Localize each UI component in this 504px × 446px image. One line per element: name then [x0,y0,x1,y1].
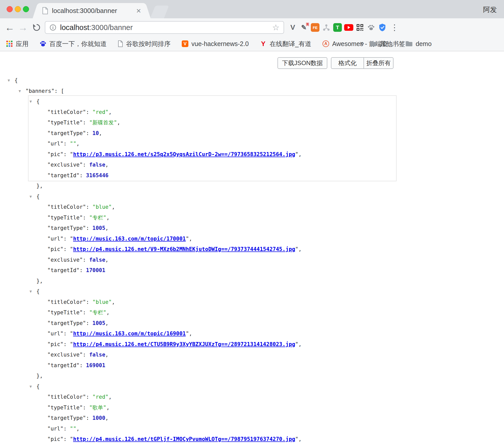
json-value: 1005 [92,320,105,326]
collapse-arrow-icon[interactable]: ▼ [30,191,32,202]
bookmark-vue-hackernews[interactable]: V vue-hackernews-2.0 [182,40,249,48]
json-line: }, [0,276,504,287]
fehelper-extension-icon[interactable]: FE [310,22,321,33]
json-value: 10 [92,130,99,136]
json-key: "targetType" [47,415,86,421]
reload-button[interactable] [31,21,43,34]
json-link[interactable]: http://p4.music.126.net/tGPljf-IMOCyPvum… [73,436,295,442]
bookmark-demo-folder[interactable]: demo [405,40,432,48]
json-link[interactable]: http://music.163.com/m/topic/170001 [73,236,186,242]
translate-extension-icon[interactable]: ✎ 英 [298,22,310,33]
other-bookmarks-folder[interactable]: 其他书签 [370,37,405,51]
json-token: : [63,141,70,147]
json-token: : [83,162,89,168]
json-key: "targetId" [47,267,79,273]
json-token: , [99,130,102,136]
back-button[interactable]: ← [4,21,16,34]
json-key: "url" [47,331,63,337]
bookmark-baidu[interactable]: 百度一下，你就知道 [40,40,107,48]
json-token: , [298,436,302,442]
bookmark-apps[interactable]: 应用 [6,40,29,48]
json-key: "pic" [47,436,63,442]
json-line: "exclusive": false [0,445,504,446]
window-close-button[interactable] [7,6,13,12]
window-minimize-button[interactable] [15,6,21,12]
bookmark-star-icon[interactable]: ☆ [272,23,279,32]
new-tab-button[interactable] [150,6,169,18]
json-token: , [298,246,302,252]
url-path: :3000/banner [89,23,133,32]
qr-code-extension-icon[interactable] [354,22,366,33]
shield-check-extension-icon[interactable] [377,22,388,33]
json-line: ▼"banners": [ [0,86,504,97]
vimium-extension-icon[interactable]: V [287,22,298,33]
forward-button[interactable]: → [17,21,29,34]
bookmark-google-sort[interactable]: 谷歌按时间排序 [118,40,171,48]
json-token: : [86,130,92,136]
browser-tab[interactable]: localhost:3000/banner × [38,3,145,18]
paw-extension-icon[interactable] [366,22,377,33]
collapse-arrow-icon[interactable]: ▼ [8,75,10,86]
address-bar[interactable]: localhost:3000/banner ☆ [45,21,284,34]
json-key: "exclusive" [47,257,83,263]
json-token: : [86,109,92,115]
collapse-arrow-icon[interactable]: ▼ [19,86,21,97]
json-token: : [63,331,70,337]
json-line: "targetType": 1000, [0,413,504,424]
collapse-arrow-icon[interactable]: ▼ [30,381,32,392]
json-token: , [105,225,109,231]
download-json-button[interactable]: 下载JSON数据 [277,57,327,69]
json-line: "titleColor": "blue", [0,297,504,308]
json-line: }, [0,181,504,191]
json-line: "targetId": 169001 [0,360,504,371]
json-token: : [63,426,70,432]
json-token: , [76,426,80,432]
json-token: " [70,236,73,242]
json-string: "专栏" [89,215,106,221]
t-shield-extension-icon[interactable]: T [332,22,343,33]
json-token: : [63,436,70,442]
json-token: : [86,415,92,421]
json-line: "exclusive": false, [0,350,504,360]
json-link[interactable]: http://p4.music.126.net/CTU5B9R9y3XyYBZX… [73,341,295,347]
json-key: "typeTitle" [47,215,83,221]
format-button[interactable]: 格式化 [331,57,364,69]
tab-close-icon[interactable]: × [136,7,141,15]
json-token: , [108,109,112,115]
youtube-extension-icon[interactable] [343,22,354,33]
bookmark-label: 在线翻译_有道 [270,40,311,48]
json-token: : [83,309,89,316]
json-line: "pic": "http://p4.music.126.net/V9-MXz6b… [0,244,504,255]
collapse-all-button[interactable]: 折叠所有 [364,57,394,69]
json-token: : [54,88,61,94]
org-nodes-extension-icon[interactable] [321,22,332,33]
json-token: , [106,309,110,316]
json-token: : [86,299,92,305]
folder-icon [370,41,377,47]
tab-title: localhost:3000/banner [52,7,136,15]
json-link[interactable]: http://music.163.com/m/topic/169001 [73,331,186,337]
json-token: , [112,299,115,305]
window-zoom-button[interactable] [23,6,29,12]
json-token: : [63,151,70,157]
bookmark-youdao[interactable]: Y 在线翻译_有道 [260,40,311,48]
json-link[interactable]: http://p4.music.126.net/V9-MXz6b2MNhEKju… [73,246,295,252]
json-token: , [108,394,112,400]
folder-icon [405,41,413,47]
json-line: "titleColor": "blue", [0,202,504,213]
collapse-arrow-icon[interactable]: ▼ [30,96,32,107]
browser-menu-icon[interactable]: ⋮ [389,22,400,33]
info-icon[interactable] [49,24,57,31]
json-key: "targetType" [47,130,86,136]
profile-name[interactable]: 阿发 [483,5,497,14]
json-line: ▼{ [0,191,504,202]
json-string: "专栏" [89,309,106,316]
bookmarks-overflow-chevron[interactable]: » [360,39,364,47]
collapse-arrow-icon[interactable]: ▼ [30,286,32,297]
json-string: "red" [92,394,108,400]
json-link[interactable]: http://p3.music.126.net/s25q2x5QyqsAzilC… [73,151,295,157]
json-key: "targetId" [47,362,79,368]
json-key: "pic" [47,246,63,252]
json-token: , [189,236,192,242]
json-string: "" [70,426,76,432]
